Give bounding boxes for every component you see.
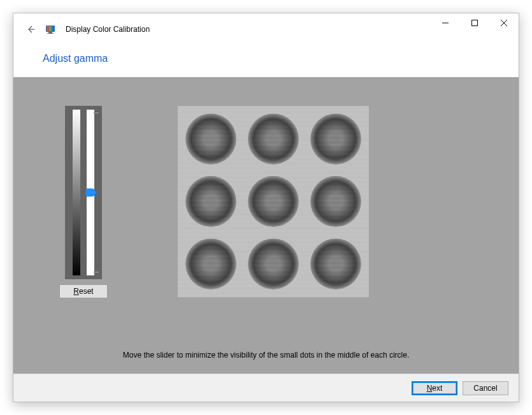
gamma-slider-track[interactable] — [87, 110, 94, 275]
reset-button[interactable]: Reset — [59, 284, 108, 298]
cancel-button[interactable]: Cancel — [463, 381, 508, 395]
gamma-dot — [248, 176, 299, 227]
gamma-dot — [310, 113, 361, 164]
titlebar-left: Display Color Calibration — [13, 13, 150, 35]
reset-label-rest: eset — [79, 287, 94, 296]
work-row: Reset — [13, 77, 519, 351]
instruction-text: Move the slider to minimize the visibili… — [13, 351, 519, 374]
reset-accel: R — [73, 287, 79, 296]
gamma-dot — [185, 238, 236, 289]
gamma-dot — [248, 113, 299, 164]
main-area: Reset Move the slider to minimize the vi… — [13, 77, 519, 374]
next-button[interactable]: Next — [412, 381, 457, 395]
gamma-slider-thumb[interactable] — [85, 188, 97, 197]
gamma-pattern — [178, 106, 369, 297]
svg-rect-9 — [472, 20, 478, 26]
svg-rect-4 — [47, 33, 54, 34]
minimize-button[interactable] — [431, 13, 460, 33]
back-arrow-icon — [25, 24, 36, 34]
gamma-dot — [310, 238, 361, 289]
footer: Next Cancel — [13, 374, 519, 402]
gradient-strip — [73, 110, 80, 275]
step-heading: Adjust gamma — [13, 47, 519, 77]
calibration-window: Display Color Calibration Adjust gamma — [13, 13, 519, 402]
minimize-icon — [442, 20, 449, 26]
slider-tick-min — [94, 272, 99, 273]
window-title: Display Color Calibration — [64, 25, 150, 34]
maximize-button[interactable] — [460, 13, 489, 33]
slider-tick-max — [94, 112, 99, 113]
gamma-dot — [310, 176, 361, 227]
gamma-slider-block: Reset — [59, 106, 108, 298]
close-button[interactable] — [489, 13, 519, 33]
next-label-rest: ext — [432, 384, 442, 393]
back-button[interactable] — [25, 24, 36, 35]
app-icon — [45, 24, 55, 34]
svg-rect-3 — [48, 32, 52, 33]
gamma-dot — [185, 176, 236, 227]
gamma-slider-frame — [65, 106, 102, 279]
titlebar: Display Color Calibration — [13, 13, 519, 47]
maximize-icon — [471, 20, 478, 26]
svg-rect-7 — [52, 26, 54, 31]
svg-rect-6 — [49, 26, 52, 31]
svg-rect-5 — [47, 26, 49, 31]
close-icon — [501, 20, 507, 26]
window-controls — [431, 13, 519, 33]
gamma-dot — [185, 113, 236, 164]
gamma-dot — [248, 238, 299, 289]
